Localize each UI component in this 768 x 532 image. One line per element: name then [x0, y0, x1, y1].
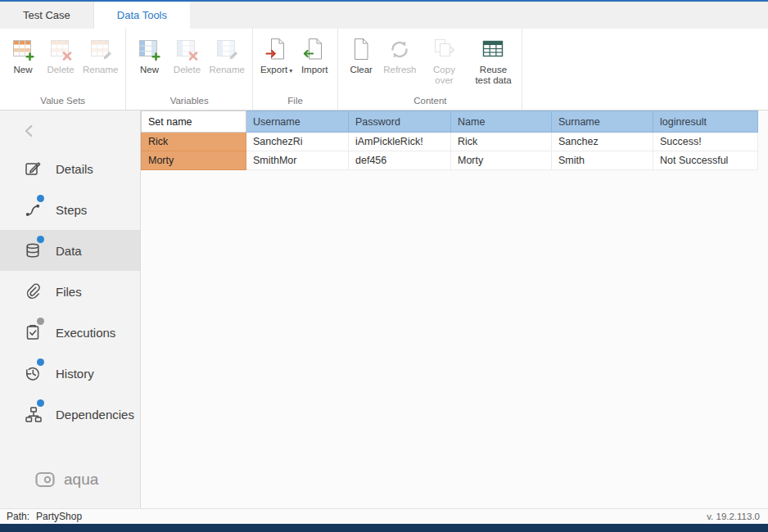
history-icon: [23, 363, 43, 383]
group-label-value-sets: Value Sets: [5, 92, 120, 110]
data-cell[interactable]: SanchezRi: [246, 133, 349, 151]
table-add-icon: [10, 36, 36, 62]
tab-data-tools[interactable]: Data Tools: [94, 2, 190, 29]
aqua-logo-text: aqua: [64, 471, 98, 489]
new-value-set-button[interactable]: New: [5, 34, 41, 75]
copy-over-button: Copy over: [420, 34, 468, 86]
columns-add-icon: [136, 36, 162, 62]
table-row: Morty SmithMor def456 Morty Smith Not Su…: [142, 151, 758, 170]
refresh-button: Refresh: [381, 34, 418, 75]
sidebar-item-dependencies[interactable]: Dependencies: [0, 394, 140, 435]
hierarchy-icon: [23, 404, 43, 424]
sidebar-item-files[interactable]: Files: [0, 271, 140, 312]
reuse-test-data-button[interactable]: Reuse test data: [469, 34, 517, 86]
tab-test-case-label: Test Case: [23, 9, 70, 21]
data-cell[interactable]: Morty: [451, 151, 552, 170]
dropdown-caret-icon: ▾: [289, 67, 292, 74]
back-chevron-icon: [21, 123, 38, 139]
sidebar-item-steps[interactable]: Steps: [0, 189, 140, 230]
ribbon: New Delete: [0, 29, 768, 110]
executions-badge: [37, 318, 44, 325]
data-cell[interactable]: iAmPickleRick!: [349, 133, 451, 151]
blank-document-icon: [348, 36, 374, 62]
path-value: PartyShop: [36, 511, 82, 522]
steps-badge: [37, 195, 44, 202]
button-label: New: [140, 65, 159, 75]
export-document-icon: [264, 36, 290, 62]
ribbon-tab-bar: Test Case Data Tools: [0, 2, 768, 29]
button-label: New: [13, 65, 32, 75]
window-bottom-strip: [0, 524, 768, 532]
button-label: Rename: [83, 65, 118, 75]
ribbon-group-variables: New Delete: [126, 29, 252, 110]
set-name-cell[interactable]: Morty: [142, 151, 246, 170]
data-table: Set name Username Password Name Surname …: [141, 110, 758, 170]
path-label: Path:: [7, 511, 29, 522]
ribbon-group-content: Clear Refresh: [338, 29, 522, 110]
import-document-icon: [301, 36, 328, 62]
column-header-loginresult[interactable]: loginresult: [653, 111, 758, 133]
status-bar: Path:PartyShop v. 19.2.113.0: [0, 508, 768, 524]
set-name-cell[interactable]: Rick: [142, 133, 246, 151]
database-icon: [23, 241, 43, 260]
edit-icon: [23, 159, 43, 178]
data-cell[interactable]: Sanchez: [552, 133, 653, 151]
table-row: Rick SanchezRi iAmPickleRick! Rick Sanch…: [142, 133, 758, 151]
button-label: Refresh: [383, 65, 416, 75]
sidebar-item-executions[interactable]: Executions: [0, 312, 140, 353]
sidebar-item-data[interactable]: Data: [0, 230, 140, 271]
column-header-set-name[interactable]: Set name: [142, 111, 246, 133]
version-label: v. 19.2.113.0: [707, 512, 760, 521]
sidebar-item-label: History: [56, 367, 94, 381]
column-header-surname[interactable]: Surname: [552, 111, 653, 133]
copy-pages-icon: [431, 36, 457, 62]
sidebar-item-label: Executions: [56, 326, 115, 340]
delete-variable-button: Delete: [169, 34, 205, 75]
button-label: Delete: [47, 65, 74, 75]
dependencies-badge: [37, 399, 44, 407]
rename-variable-button: Rename: [206, 34, 246, 75]
sidebar-item-label: Files: [56, 285, 82, 299]
column-header-username[interactable]: Username: [246, 111, 349, 133]
clear-button[interactable]: Clear: [343, 34, 379, 75]
data-cell[interactable]: SmithMor: [246, 151, 349, 170]
tab-test-case[interactable]: Test Case: [0, 2, 94, 29]
sidebar-item-details[interactable]: Details: [0, 148, 140, 189]
group-label-file: File: [258, 92, 332, 110]
aqua-logo: aqua: [0, 469, 140, 508]
data-cell[interactable]: def456: [349, 151, 451, 170]
column-header-name[interactable]: Name: [451, 111, 552, 133]
columns-rename-icon: [214, 36, 240, 62]
data-cell[interactable]: Rick: [451, 133, 552, 151]
button-label: Import: [301, 65, 328, 75]
data-cell[interactable]: Smith: [552, 151, 653, 170]
import-button[interactable]: Import: [296, 34, 332, 75]
sidebar: Details Steps Data: [0, 110, 141, 508]
ribbon-group-value-sets: New Delete: [0, 29, 126, 110]
data-cell[interactable]: Not Successful: [653, 151, 758, 170]
main-area: Details Steps Data: [0, 110, 768, 508]
header-row: Set name Username Password Name Surname …: [142, 111, 758, 133]
ribbon-group-file: Export▾ Import File: [253, 29, 338, 110]
column-header-password[interactable]: Password: [349, 111, 451, 133]
button-label: Rename: [209, 65, 244, 75]
history-badge: [37, 358, 44, 366]
sidebar-item-label: Dependencies: [56, 408, 134, 422]
paperclip-icon: [23, 282, 43, 301]
new-variable-button[interactable]: New: [131, 34, 167, 75]
tab-data-tools-label: Data Tools: [117, 9, 167, 21]
button-label: Clear: [350, 65, 372, 75]
button-label: Copy over: [422, 65, 465, 86]
data-badge: [37, 236, 44, 243]
sidebar-item-label: Details: [56, 162, 93, 176]
grid-table-icon: [480, 36, 506, 62]
group-label-variables: Variables: [131, 92, 246, 110]
group-label-content: Content: [343, 92, 517, 110]
table-delete-icon: [47, 36, 74, 62]
sidebar-item-history[interactable]: History: [0, 353, 140, 394]
rename-value-set-button: Rename: [80, 34, 120, 75]
sidebar-item-label: Data: [56, 244, 82, 258]
collapse-sidebar-button[interactable]: [0, 114, 140, 148]
export-button[interactable]: Export▾: [258, 34, 295, 75]
data-cell[interactable]: Success!: [653, 133, 758, 151]
